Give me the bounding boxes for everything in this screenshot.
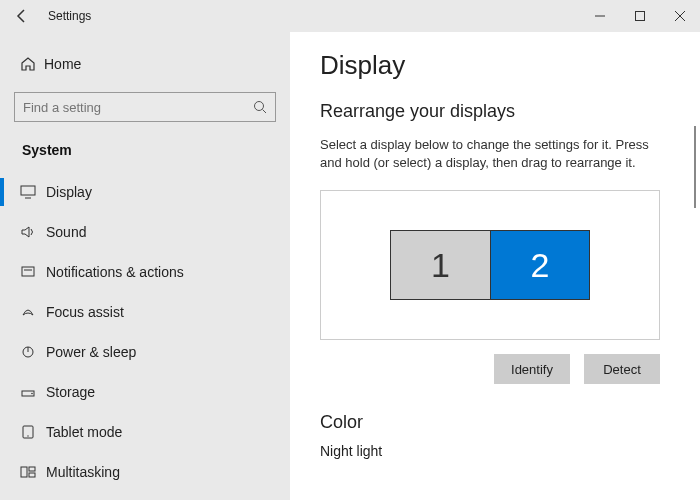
search-field[interactable] xyxy=(23,100,253,115)
maximize-button[interactable] xyxy=(620,0,660,32)
minimize-button[interactable] xyxy=(580,0,620,32)
svg-rect-8 xyxy=(22,267,34,276)
nav-item-sound[interactable]: Sound xyxy=(0,212,290,252)
notifications-icon xyxy=(20,265,46,279)
search-input[interactable] xyxy=(14,92,276,122)
svg-rect-6 xyxy=(21,186,35,195)
sidebar: Home System Display Sound Notifications … xyxy=(0,32,290,500)
close-button[interactable] xyxy=(660,0,700,32)
titlebar: Settings xyxy=(0,0,700,32)
svg-point-15 xyxy=(27,435,28,436)
monitor-2[interactable]: 2 xyxy=(490,230,590,300)
nav-label: Storage xyxy=(46,384,95,400)
nav-label: Power & sleep xyxy=(46,344,136,360)
svg-rect-1 xyxy=(636,12,645,21)
nav-item-tablet-mode[interactable]: Tablet mode xyxy=(0,412,290,452)
home-icon xyxy=(20,56,44,72)
nav-label: Display xyxy=(46,184,92,200)
scroll-indicator[interactable] xyxy=(694,126,696,208)
identify-button[interactable]: Identify xyxy=(494,354,570,384)
svg-point-13 xyxy=(31,393,33,395)
window-controls xyxy=(580,0,700,32)
nav-label: Notifications & actions xyxy=(46,264,184,280)
sound-icon xyxy=(20,225,46,239)
display-arrangement-box: 1 2 xyxy=(320,190,660,340)
nav-label: Focus assist xyxy=(46,304,124,320)
monitor-1[interactable]: 1 xyxy=(390,230,490,300)
nav-item-notifications[interactable]: Notifications & actions xyxy=(0,252,290,292)
search-icon xyxy=(253,100,267,114)
home-button[interactable]: Home xyxy=(0,44,290,84)
svg-rect-16 xyxy=(21,467,27,477)
nav-item-power-sleep[interactable]: Power & sleep xyxy=(0,332,290,372)
detect-button[interactable]: Detect xyxy=(584,354,660,384)
home-label: Home xyxy=(44,56,81,72)
nav-label: Multitasking xyxy=(46,464,120,480)
svg-rect-18 xyxy=(29,473,35,477)
group-label-system: System xyxy=(0,136,290,172)
nav-item-focus-assist[interactable]: Focus assist xyxy=(0,292,290,332)
focus-assist-icon xyxy=(20,305,46,319)
display-icon xyxy=(20,185,46,199)
nav-item-multitasking[interactable]: Multitasking xyxy=(0,452,290,492)
nav-item-storage[interactable]: Storage xyxy=(0,372,290,412)
rearrange-description: Select a display below to change the set… xyxy=(320,136,670,172)
multitasking-icon xyxy=(20,465,46,479)
svg-line-5 xyxy=(263,110,267,114)
svg-point-4 xyxy=(255,102,264,111)
close-icon xyxy=(675,11,685,21)
color-heading: Color xyxy=(320,412,670,433)
nav-list: Display Sound Notifications & actions Fo… xyxy=(0,172,290,492)
night-light-label: Night light xyxy=(320,443,670,459)
content-pane: Display Rearrange your displays Select a… xyxy=(290,32,700,500)
rearrange-heading: Rearrange your displays xyxy=(320,101,670,122)
arrow-left-icon xyxy=(14,8,30,24)
window-title: Settings xyxy=(48,9,91,23)
monitor-2-label: 2 xyxy=(531,246,550,285)
nav-label: Tablet mode xyxy=(46,424,122,440)
nav-label: Sound xyxy=(46,224,86,240)
nav-item-display[interactable]: Display xyxy=(0,172,290,212)
minimize-icon xyxy=(595,11,605,21)
back-button[interactable] xyxy=(0,0,44,32)
maximize-icon xyxy=(635,11,645,21)
tablet-icon xyxy=(20,425,46,439)
monitor-1-label: 1 xyxy=(431,246,450,285)
page-title: Display xyxy=(320,50,670,81)
power-icon xyxy=(20,345,46,359)
storage-icon xyxy=(20,385,46,399)
svg-rect-17 xyxy=(29,467,35,471)
